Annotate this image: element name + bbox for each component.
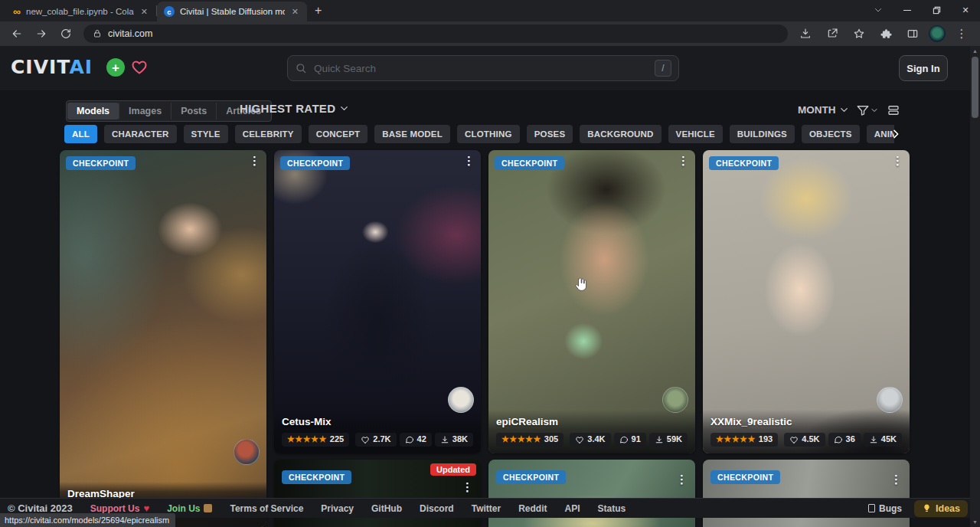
tab-strip: ∞ new_colab_file.ipynb - Colaborat ✕ c C… — [0, 0, 980, 21]
chip-vehicle[interactable]: VEHICLE — [668, 125, 723, 143]
bugs-button[interactable]: Bugs — [868, 503, 902, 514]
scrollbar-thumb[interactable] — [972, 57, 978, 118]
back-icon[interactable] — [6, 23, 28, 44]
forward-icon[interactable] — [31, 23, 52, 44]
likes-count: 3.4K — [587, 434, 605, 444]
footer-link-terms[interactable]: Terms of Service — [230, 503, 303, 514]
model-type-badge[interactable]: CHECKPOINT — [710, 470, 780, 484]
model-type-badge[interactable]: CHECKPOINT — [280, 156, 350, 170]
footer-link-reddit[interactable]: Reddit — [518, 503, 547, 514]
page-scrollbar[interactable]: ▲ ▼ — [970, 46, 980, 527]
footer-link-discord[interactable]: Discord — [420, 503, 454, 514]
model-card-xxmix9realistic[interactable]: CHECKPOINT ⋮ XXMix_9realistic ★★★★★193 4… — [703, 150, 910, 453]
period-dropdown[interactable]: MONTH — [798, 104, 850, 116]
card-menu-icon[interactable]: ⋮ — [676, 473, 688, 485]
model-card-cetus-mix[interactable]: CHECKPOINT ⋮ Cetus-Mix ★★★★★225 2.7K 42 … — [274, 150, 481, 453]
tab-posts[interactable]: Posts — [171, 103, 216, 119]
footer-link-twitter[interactable]: Twitter — [472, 503, 501, 514]
sign-in-button[interactable]: Sign In — [899, 55, 948, 81]
card-menu-icon[interactable]: ⋮ — [463, 155, 475, 166]
footer-link-support-us[interactable]: Support Us♥ — [90, 503, 149, 514]
chip-character[interactable]: CHARACTER — [104, 125, 177, 143]
chips-scroll-right-button[interactable] — [888, 126, 903, 142]
footer-link-github[interactable]: GitHub — [371, 503, 402, 514]
creator-avatar[interactable] — [234, 439, 260, 465]
bookmark-star-icon[interactable] — [848, 23, 870, 44]
chip-style[interactable]: STYLE — [184, 125, 228, 143]
card-menu-icon[interactable]: ⋮ — [249, 155, 260, 166]
model-type-badge[interactable]: CHECKPOINT — [66, 156, 136, 170]
model-type-badge[interactable]: CHECKPOINT — [495, 156, 564, 170]
chip-background[interactable]: BACKGROUND — [580, 125, 661, 143]
reload-icon[interactable] — [55, 23, 77, 44]
tab-close-icon[interactable]: ✕ — [290, 7, 300, 17]
share-icon[interactable] — [822, 23, 843, 44]
model-type-badge[interactable]: CHECKPOINT — [282, 470, 351, 484]
browser-menu-icon[interactable]: ⋮ — [951, 23, 972, 44]
ideas-button[interactable]: Ideas — [914, 500, 968, 517]
close-window-button[interactable]: ✕ — [951, 0, 980, 20]
star-icons: ★★★★★ — [501, 434, 541, 444]
period-label: MONTH — [798, 104, 836, 116]
chip-clothing[interactable]: CLOTHING — [457, 125, 520, 143]
chip-poses[interactable]: POSES — [527, 125, 573, 143]
address-bar[interactable]: civitai.com — [83, 25, 788, 43]
download-icon — [869, 435, 878, 444]
civitai-logo[interactable]: CIVITAI — [11, 56, 93, 78]
scroll-down-arrow-icon[interactable]: ▼ — [970, 517, 980, 527]
chip-base-model[interactable]: BASE MODEL — [374, 125, 450, 143]
download-icon[interactable] — [795, 23, 816, 44]
layout-toggle-button[interactable] — [887, 103, 900, 120]
rating-pill: ★★★★★305 — [496, 433, 564, 447]
footer-link-privacy[interactable]: Privacy — [321, 503, 354, 514]
card-menu-icon[interactable]: ⋮ — [892, 155, 903, 166]
comments-pill: 42 — [400, 433, 432, 447]
browser-tab-colab[interactable]: ∞ new_colab_file.ipynb - Colaborat ✕ — [6, 2, 156, 21]
tab-search-icon[interactable] — [864, 0, 893, 20]
sort-dropdown[interactable]: HIGHEST RATED — [240, 102, 350, 115]
chip-all[interactable]: ALL — [64, 125, 97, 143]
civitai-favicon-icon: c — [164, 6, 175, 17]
search-input[interactable]: Quick Search / — [287, 55, 679, 81]
maximize-button[interactable] — [922, 0, 951, 20]
tab-models[interactable]: Models — [67, 103, 119, 119]
support-heart-icon[interactable] — [130, 57, 149, 79]
updated-badge: Updated — [430, 463, 476, 476]
tab-images[interactable]: Images — [119, 103, 171, 119]
browser-profile-avatar[interactable] — [929, 25, 946, 42]
model-type-badge[interactable]: CHECKPOINT — [709, 156, 779, 170]
chip-concept[interactable]: CONCEPT — [309, 125, 368, 143]
filter-funnel-icon — [856, 103, 870, 117]
footer-link-api[interactable]: API — [565, 503, 580, 514]
download-icon — [655, 435, 664, 444]
chevron-down-icon — [870, 106, 879, 115]
minimize-button[interactable] — [893, 0, 922, 20]
side-panel-icon[interactable] — [902, 23, 923, 44]
join-emoji-icon — [204, 504, 212, 512]
filter-dropdown[interactable] — [856, 103, 879, 117]
model-type-badge[interactable]: CHECKPOINT — [496, 470, 566, 484]
downloads-pill: 59K — [649, 433, 688, 447]
search-icon — [295, 62, 307, 74]
bugs-label: Bugs — [879, 503, 902, 514]
new-tab-button[interactable]: + — [315, 5, 322, 17]
likes-pill: 3.4K — [570, 433, 610, 447]
model-title: Cetus-Mix — [282, 416, 473, 427]
scroll-up-arrow-icon[interactable]: ▲ — [970, 46, 980, 56]
shortcut-key-badge: / — [655, 60, 671, 77]
extensions-puzzle-icon[interactable] — [875, 23, 897, 44]
chip-buildings[interactable]: BUILDINGS — [730, 125, 795, 143]
chip-objects[interactable]: OBJECTS — [802, 125, 860, 143]
card-menu-icon[interactable]: ⋮ — [678, 155, 689, 166]
footer-link-join-us[interactable]: Join Us — [167, 503, 212, 514]
card-menu-icon[interactable]: ⋮ — [462, 481, 473, 493]
chip-celebrity[interactable]: CELEBRITY — [235, 125, 302, 143]
card-menu-icon[interactable]: ⋮ — [890, 473, 902, 485]
upload-plus-button[interactable]: + — [106, 58, 125, 77]
browser-tab-civitai[interactable]: c Civitai | Stable Diffusion models, ✕ — [157, 2, 307, 21]
model-card-epicrealism[interactable]: CHECKPOINT ⋮ epiCRealism ★★★★★305 3.4K 9… — [488, 150, 695, 453]
tab-close-icon[interactable]: ✕ — [139, 7, 149, 17]
footer-link-status[interactable]: Status — [598, 503, 626, 514]
comment-icon — [834, 435, 843, 444]
model-card-dreamshaper[interactable]: CHECKPOINT ⋮ DreamShaper — [60, 150, 266, 527]
